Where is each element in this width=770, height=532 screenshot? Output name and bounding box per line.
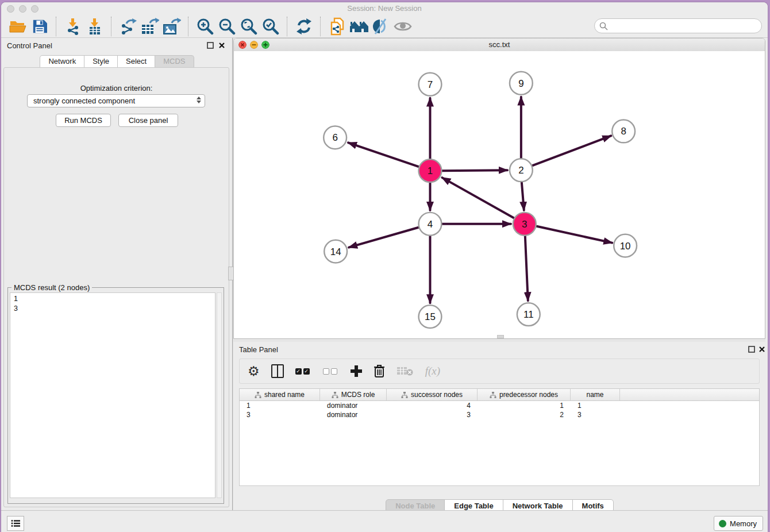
node-15[interactable]: 15	[419, 305, 442, 328]
zoom-in-icon[interactable]	[194, 17, 216, 36]
mcds-result-title: MCDS result (2 nodes)	[11, 283, 92, 292]
column-header-predecessor-nodes[interactable]: predecessor nodes	[478, 389, 571, 400]
svg-text:10: 10	[620, 241, 631, 252]
show-hide-style-icon[interactable]	[370, 17, 392, 36]
tab-style[interactable]: Style	[84, 55, 118, 67]
table-header-row: shared name MCDS role successor nodes pr…	[240, 389, 759, 401]
task-history-button[interactable]	[7, 516, 24, 531]
edge-3-1[interactable]	[442, 178, 514, 218]
run-mcds-button[interactable]: Run MCDS	[56, 114, 111, 127]
zoom-selected-icon[interactable]	[260, 17, 282, 36]
tab-network[interactable]: Network	[40, 55, 84, 67]
attribute-icon	[255, 392, 261, 398]
node-9[interactable]: 9	[510, 72, 533, 95]
close-panel-icon[interactable]	[759, 346, 765, 353]
table-row[interactable]: 3 dominator 3 2 3	[240, 410, 759, 419]
edge-3-11[interactable]	[525, 236, 528, 301]
column-header-successor-nodes[interactable]: successor nodes	[387, 389, 478, 400]
cell-successor-nodes[interactable]: 3	[387, 410, 478, 419]
tab-mcds[interactable]: MCDS	[155, 55, 194, 67]
svg-text:2: 2	[518, 165, 523, 176]
main-toolbar	[1, 15, 768, 38]
cell-name[interactable]: 1	[571, 401, 620, 410]
edge-2-3[interactable]	[522, 182, 524, 210]
desktop: Session: New Session	[0, 0, 770, 532]
float-panel-icon[interactable]	[748, 346, 755, 353]
eye-icon[interactable]	[392, 17, 414, 36]
first-neighbors-icon[interactable]	[348, 17, 370, 36]
export-table-icon[interactable]	[139, 17, 161, 36]
float-panel-icon[interactable]	[207, 42, 214, 49]
table-panel: Table Panel ⚙ ✓✓ f(x) shared name	[233, 342, 765, 510]
svg-text:15: 15	[425, 311, 436, 322]
tab-select[interactable]: Select	[117, 55, 155, 67]
import-network-icon[interactable]	[62, 17, 84, 36]
control-panel-header: Control Panel	[1, 38, 232, 53]
cell-mcds-role[interactable]: dominator	[320, 410, 387, 419]
open-folder-icon[interactable]	[7, 17, 29, 36]
node-11[interactable]: 11	[517, 303, 540, 326]
cell-shared-name[interactable]: 3	[240, 410, 320, 419]
node-table: shared name MCDS role successor nodes pr…	[239, 388, 760, 486]
node-3[interactable]: 3	[513, 213, 536, 236]
cell-successor-nodes[interactable]: 4	[387, 401, 478, 410]
mcds-result-item[interactable]: 3	[14, 304, 215, 314]
svg-text:11: 11	[523, 309, 534, 320]
network-graph: 7 9 6 8 1 2 4 3 14 10 15 11	[234, 51, 765, 338]
node-6[interactable]: 6	[324, 126, 346, 149]
delete-icon[interactable]	[374, 363, 385, 379]
attribute-icon	[401, 392, 408, 398]
close-panel-button[interactable]: Close panel	[118, 114, 178, 127]
refresh-icon[interactable]	[293, 17, 315, 36]
mcds-panel-body: Optimization criterion: strongly connect…	[3, 67, 229, 507]
edge-3-10[interactable]	[537, 226, 612, 243]
delete-table-icon[interactable]	[396, 363, 414, 379]
table-settings-icon[interactable]: ⚙	[248, 363, 260, 379]
node-7[interactable]: 7	[419, 73, 442, 96]
network-canvas[interactable]: 7 9 6 8 1 2 4 3 14 10 15 11	[234, 51, 765, 338]
view-splitter-grip[interactable]	[497, 335, 504, 338]
node-4[interactable]: 4	[419, 213, 442, 236]
mcds-result-list[interactable]: 1 3	[10, 292, 215, 498]
select-all-icon[interactable]: ✓✓	[295, 363, 311, 379]
column-header-name[interactable]: name	[571, 389, 620, 400]
table-row[interactable]: 1 dominator 4 1 1	[240, 401, 759, 410]
attribute-icon	[332, 392, 338, 398]
cell-name[interactable]: 3	[571, 410, 620, 419]
memory-button[interactable]: Memory	[714, 516, 763, 531]
save-icon[interactable]	[29, 17, 51, 36]
search-input[interactable]	[610, 21, 761, 31]
node-8[interactable]: 8	[612, 120, 635, 143]
chevron-up-down-icon	[197, 97, 201, 103]
cell-predecessor-nodes[interactable]: 1	[478, 401, 571, 410]
cell-mcds-role[interactable]: dominator	[320, 401, 387, 410]
result-scrollbar[interactable]	[217, 292, 222, 498]
clear-selection-icon[interactable]	[323, 363, 339, 379]
control-panel-title: Control Panel	[7, 41, 52, 50]
criterion-dropdown[interactable]: strongly connected component	[27, 94, 205, 107]
edge-4-14[interactable]	[349, 228, 419, 248]
column-header-shared-name[interactable]: shared name	[240, 389, 320, 400]
node-1[interactable]: 1	[419, 159, 442, 182]
node-2[interactable]: 2	[510, 159, 533, 182]
mcds-result-item[interactable]: 1	[14, 294, 215, 304]
cell-predecessor-nodes[interactable]: 2	[478, 410, 571, 419]
show-columns-icon[interactable]	[271, 363, 284, 379]
duplicate-network-icon[interactable]	[326, 17, 348, 36]
add-column-icon[interactable]	[351, 363, 362, 379]
node-14[interactable]: 14	[324, 240, 347, 263]
edge-1-2[interactable]	[442, 170, 507, 171]
close-panel-icon[interactable]	[218, 42, 225, 49]
import-table-icon[interactable]	[84, 17, 106, 36]
export-network-icon[interactable]	[117, 17, 139, 36]
node-10[interactable]: 10	[614, 234, 637, 257]
search-field[interactable]	[594, 18, 762, 33]
edge-2-8[interactable]	[533, 136, 611, 165]
column-header-mcds-role[interactable]: MCDS role	[320, 389, 387, 400]
cell-shared-name[interactable]: 1	[240, 401, 320, 410]
edge-1-6[interactable]	[348, 142, 419, 167]
export-image-icon[interactable]	[161, 17, 183, 36]
function-builder-icon[interactable]: f(x)	[425, 363, 440, 379]
zoom-out-icon[interactable]	[216, 17, 238, 36]
zoom-fit-icon[interactable]	[238, 17, 260, 36]
